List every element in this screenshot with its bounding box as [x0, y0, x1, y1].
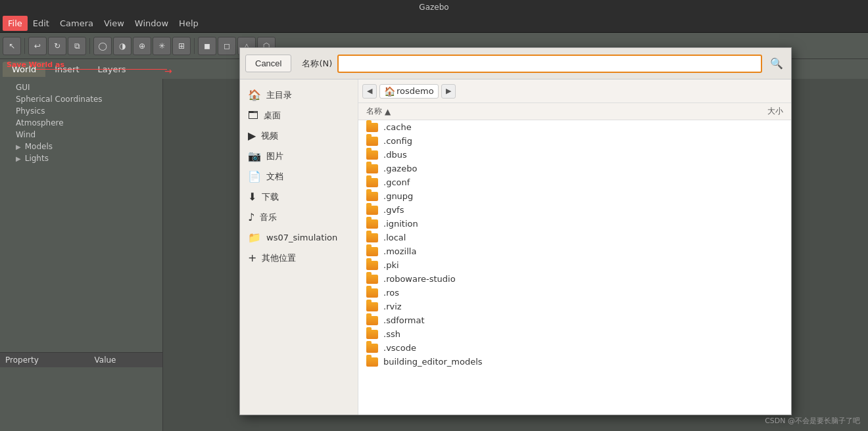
- file-name: .rviz: [383, 302, 402, 311]
- sidebar-label-videos: 视频: [261, 130, 278, 142]
- file-name: .gvfs: [383, 205, 404, 215]
- file-row[interactable]: .dbus: [358, 148, 791, 162]
- home-icon: 🏠: [384, 86, 395, 97]
- file-row[interactable]: .sdformat: [358, 313, 791, 327]
- name-column-header[interactable]: 名称 ▲: [366, 106, 731, 117]
- file-name: .cache: [383, 122, 412, 132]
- sidebar-label-other: 其他位置: [262, 252, 296, 264]
- sidebar-icon-documents: 📄: [248, 170, 261, 183]
- file-browser: ◀ 🏠 rosdemo ▶ 名称 ▲ 大小 .: [358, 79, 791, 415]
- file-row[interactable]: .ignition: [358, 217, 791, 231]
- folder-icon: [366, 233, 378, 242]
- file-name: .ros: [383, 288, 399, 298]
- sidebar-item-other[interactable]: +其他位置: [240, 248, 358, 268]
- folder-icon: [366, 206, 378, 215]
- folder-icon: [366, 219, 378, 229]
- folder-icon: [366, 123, 378, 132]
- file-name: .dbus: [383, 150, 407, 160]
- file-name: building_editor_models: [383, 357, 483, 367]
- file-row[interactable]: .gvfs: [358, 203, 791, 217]
- sidebar-label-ws07: ws07_simulation: [266, 233, 337, 242]
- breadcrumb: 🏠 rosdemo: [379, 84, 439, 99]
- file-name: .mozilla: [383, 246, 416, 256]
- folder-icon: [366, 261, 378, 270]
- save-dialog: Cancel 名称(N) 🔍 🏠主目录🗔桌面▶视频📷图片📄文档⬇下载♪音乐📁ws…: [239, 47, 792, 415]
- file-row[interactable]: .ssh: [358, 327, 791, 341]
- file-name: .sdformat: [383, 315, 425, 325]
- sidebar-icon-music: ♪: [248, 211, 254, 223]
- folder-icon: [366, 316, 378, 325]
- sidebar-item-ws07[interactable]: 📁ws07_simulation: [240, 227, 358, 248]
- file-name: .gnupg: [383, 191, 413, 201]
- sidebar-icon-pictures: 📷: [248, 150, 261, 162]
- sidebar-item-home[interactable]: 🏠主目录: [240, 85, 358, 105]
- sidebar-label-pictures: 图片: [266, 150, 283, 162]
- file-name: .roboware-studio: [383, 274, 456, 284]
- file-row[interactable]: .gazebo: [358, 162, 791, 175]
- file-name: .ignition: [383, 219, 418, 229]
- sidebar-item-downloads[interactable]: ⬇下载: [240, 187, 358, 207]
- dialog-body: 🏠主目录🗔桌面▶视频📷图片📄文档⬇下载♪音乐📁ws07_simulation+其…: [240, 79, 791, 415]
- sidebar-label-music: 音乐: [260, 212, 277, 223]
- file-row[interactable]: .rviz: [358, 300, 791, 313]
- sidebar-icon-desktop: 🗔: [248, 109, 258, 122]
- sidebar-item-music[interactable]: ♪音乐: [240, 207, 358, 227]
- sidebar-label-documents: 文档: [266, 171, 283, 183]
- file-row[interactable]: .local: [358, 231, 791, 244]
- dialog-header: Cancel 名称(N) 🔍: [240, 48, 791, 79]
- sidebar-label-downloads: 下载: [262, 191, 279, 203]
- folder-icon: [366, 344, 378, 353]
- file-name: .ssh: [383, 329, 400, 339]
- file-dialog-sidebar: 🏠主目录🗔桌面▶视频📷图片📄文档⬇下载♪音乐📁ws07_simulation+其…: [240, 79, 358, 415]
- location-bar: ◀ 🏠 rosdemo ▶: [358, 79, 791, 103]
- sidebar-icon-videos: ▶: [248, 129, 256, 142]
- file-name: .local: [383, 233, 406, 242]
- sidebar-item-pictures[interactable]: 📷图片: [240, 146, 358, 166]
- filename-label: 名称(N): [302, 58, 332, 70]
- file-row[interactable]: .config: [358, 134, 791, 148]
- nav-back-button[interactable]: ◀: [362, 84, 377, 99]
- file-name: .pki: [383, 260, 399, 270]
- sidebar-icon-ws07: 📁: [248, 231, 261, 244]
- file-name: .vscode: [383, 343, 416, 353]
- file-row[interactable]: .mozilla: [358, 244, 791, 258]
- file-name: .gconf: [383, 177, 410, 187]
- sidebar-icon-other: +: [248, 252, 256, 264]
- sidebar-item-videos[interactable]: ▶视频: [240, 125, 358, 146]
- folder-icon: [366, 288, 378, 298]
- nav-forward-button[interactable]: ▶: [441, 84, 456, 99]
- file-list-header: 名称 ▲ 大小: [358, 103, 791, 120]
- search-button[interactable]: 🔍: [767, 55, 786, 73]
- filename-input[interactable]: [337, 55, 762, 73]
- file-row[interactable]: .gconf: [358, 175, 791, 189]
- file-row[interactable]: .roboware-studio: [358, 272, 791, 286]
- folder-icon: [366, 357, 378, 367]
- folder-icon: [366, 137, 378, 146]
- file-row[interactable]: .pki: [358, 258, 791, 272]
- folder-icon: [366, 178, 378, 187]
- size-column-header[interactable]: 大小: [731, 106, 783, 117]
- file-row[interactable]: .vscode: [358, 341, 791, 355]
- sidebar-icon-home: 🏠: [248, 89, 261, 101]
- file-row[interactable]: .cache: [358, 120, 791, 134]
- file-list: .cache.config.dbus.gazebo.gconf.gnupg.gv…: [358, 120, 791, 415]
- sidebar-label-desktop: 桌面: [264, 110, 281, 122]
- folder-icon: [366, 150, 378, 160]
- folder-icon: [366, 247, 378, 256]
- file-name: .config: [383, 136, 412, 146]
- file-row[interactable]: .ros: [358, 286, 791, 300]
- folder-icon: [366, 302, 378, 311]
- file-name: .gazebo: [383, 164, 417, 173]
- cancel-button[interactable]: Cancel: [245, 55, 291, 72]
- file-row[interactable]: .gnupg: [358, 189, 791, 203]
- sidebar-item-desktop[interactable]: 🗔桌面: [240, 105, 358, 125]
- breadcrumb-path: rosdemo: [397, 86, 434, 96]
- file-row[interactable]: building_editor_models: [358, 355, 791, 369]
- sidebar-item-documents[interactable]: 📄文档: [240, 166, 358, 187]
- titlebar: Gazebo: [0, 0, 868, 14]
- dialog-overlay: Cancel 名称(N) 🔍 🏠主目录🗔桌面▶视频📷图片📄文档⬇下载♪音乐📁ws…: [0, 14, 868, 431]
- folder-icon: [366, 330, 378, 339]
- app-title: Gazebo: [419, 3, 448, 12]
- folder-icon: [366, 164, 378, 173]
- folder-icon: [366, 192, 378, 201]
